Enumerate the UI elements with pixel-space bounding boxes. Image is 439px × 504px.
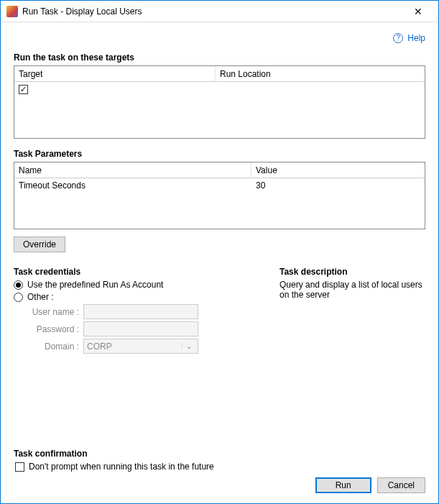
domain-value: CORP bbox=[87, 342, 112, 352]
params-heading: Task Parameters bbox=[14, 149, 425, 159]
credentials-heading: Task credentials bbox=[14, 267, 258, 277]
radio-predefined-label: Use the predefined Run As Account bbox=[27, 280, 163, 290]
password-label: Password : bbox=[29, 324, 83, 334]
confirmation-label: Don't prompt when running this task in t… bbox=[29, 462, 214, 472]
radio-predefined[interactable] bbox=[14, 280, 23, 290]
domain-label: Domain : bbox=[29, 342, 83, 352]
override-button[interactable]: Override bbox=[14, 237, 65, 252]
run-button[interactable]: Run bbox=[315, 477, 371, 493]
params-col-value[interactable]: Value bbox=[251, 162, 425, 178]
params-header: Name Value bbox=[14, 162, 425, 178]
radio-other[interactable] bbox=[14, 293, 23, 302]
targets-heading: Run the task on these targets bbox=[14, 52, 425, 63]
confirmation-row[interactable]: Don't prompt when running this task in t… bbox=[15, 462, 425, 472]
titlebar: Run Task - Display Local Users ✕ bbox=[1, 1, 438, 22]
params-grid[interactable]: Name Value Timeout Seconds 30 bbox=[14, 162, 425, 229]
username-label: User name : bbox=[29, 307, 83, 317]
param-value: 30 bbox=[251, 180, 425, 191]
username-field bbox=[83, 304, 198, 319]
help-icon: ? bbox=[393, 33, 403, 43]
targets-header: Target Run Location bbox=[14, 66, 425, 82]
description-heading: Task description bbox=[279, 267, 425, 277]
radio-predefined-row[interactable]: Use the predefined Run As Account bbox=[14, 280, 258, 290]
target-row-checkbox[interactable] bbox=[19, 85, 28, 94]
chevron-down-icon: ⌄ bbox=[182, 342, 195, 350]
confirmation-checkbox[interactable] bbox=[15, 462, 24, 472]
close-icon: ✕ bbox=[414, 6, 422, 17]
radio-other-row[interactable]: Other : bbox=[14, 292, 258, 302]
window-title: Run Task - Display Local Users bbox=[22, 6, 404, 17]
targets-grid[interactable]: Target Run Location bbox=[14, 65, 425, 139]
params-col-name[interactable]: Name bbox=[14, 162, 251, 178]
targets-col-target[interactable]: Target bbox=[14, 66, 216, 81]
table-row[interactable] bbox=[14, 82, 425, 96]
app-icon bbox=[6, 6, 18, 17]
password-field bbox=[83, 321, 198, 336]
confirmation-heading: Task confirmation bbox=[14, 449, 425, 459]
domain-select: CORP ⌄ bbox=[83, 339, 198, 354]
table-row[interactable]: Timeout Seconds 30 bbox=[14, 178, 425, 193]
target-row-location bbox=[216, 88, 425, 90]
targets-col-location[interactable]: Run Location bbox=[216, 66, 425, 81]
radio-other-label: Other : bbox=[27, 292, 54, 302]
close-button[interactable]: ✕ bbox=[404, 1, 433, 22]
param-name: Timeout Seconds bbox=[14, 180, 251, 191]
description-text: Query and display a list of local users … bbox=[279, 280, 425, 300]
help-link[interactable]: Help bbox=[407, 33, 425, 43]
cancel-button[interactable]: Cancel bbox=[377, 477, 425, 493]
